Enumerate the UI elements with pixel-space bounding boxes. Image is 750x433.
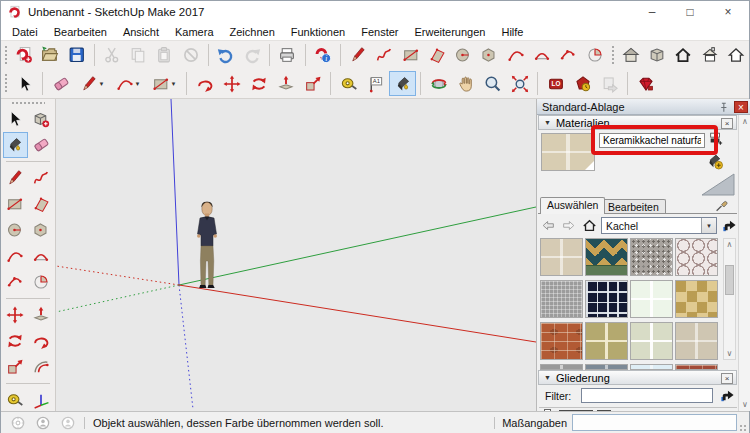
eraser-tool[interactable] — [47, 71, 74, 96]
tray-scroll-up-icon[interactable]: ∧ — [739, 117, 750, 126]
copy-tool[interactable] — [125, 43, 151, 68]
outliner-close-button[interactable]: × — [721, 373, 733, 384]
rotated-rectangle-tool[interactable] — [29, 191, 54, 217]
outliner-section-header[interactable]: ▼ Gliederung × — [538, 370, 737, 385]
freehand-tool[interactable] — [371, 43, 397, 68]
swatch-sage-tile[interactable] — [630, 322, 673, 360]
tab-auswaehlen[interactable]: Auswählen — [540, 197, 605, 214]
undo-tool[interactable] — [213, 43, 239, 68]
swatch-gold-checker-tile[interactable] — [675, 280, 718, 318]
new-model-tool[interactable] — [11, 43, 37, 68]
select-tool[interactable] — [3, 106, 28, 132]
tape-measure-tool[interactable] — [3, 387, 28, 411]
filter-input[interactable] — [581, 388, 713, 403]
filter-details-arrow-icon[interactable] — [719, 387, 735, 404]
three-point-arc-tool[interactable] — [555, 43, 581, 68]
details-arrow-icon[interactable] — [721, 217, 737, 234]
swatch-diamond-mosaic-tile[interactable] — [585, 238, 628, 276]
rectangle-tool[interactable] — [3, 191, 28, 217]
open-tool[interactable] — [37, 43, 63, 68]
move-tool[interactable] — [218, 71, 245, 96]
measurements-input[interactable] — [572, 414, 737, 431]
arc-tool[interactable] — [3, 243, 28, 269]
line-tool[interactable] — [3, 165, 28, 191]
push-pull-tool[interactable] — [272, 71, 299, 96]
secondary-pane-icon[interactable] — [707, 129, 723, 147]
scale-tool[interactable] — [3, 354, 28, 380]
dropdown-arrow-icon[interactable]: ▼ — [701, 218, 716, 233]
share-tool[interactable] — [596, 71, 623, 96]
warehouse-share-component-tool[interactable] — [644, 43, 670, 68]
save-tool[interactable] — [63, 43, 89, 68]
make-component-tool[interactable] — [29, 106, 54, 132]
follow-me-tool[interactable] — [29, 328, 54, 354]
toolbar-grip[interactable] — [611, 45, 615, 65]
tape-measure-tool[interactable] — [335, 71, 362, 96]
resize-grip[interactable] — [739, 424, 748, 433]
pin-icon[interactable] — [717, 101, 730, 113]
eraser-tool[interactable] — [29, 132, 54, 158]
menu-fenster[interactable]: Fenster — [353, 24, 406, 40]
line-dropdown-icon[interactable]: ▼ — [99, 81, 105, 87]
menu-erweiterungen[interactable]: Erweiterungen — [407, 24, 494, 40]
redo-tool[interactable] — [239, 43, 265, 68]
rotate-tool[interactable] — [3, 328, 28, 354]
zoom-tool[interactable] — [479, 71, 506, 96]
arc-dropdown-icon[interactable]: ▼ — [135, 81, 141, 87]
collection-dropdown[interactable]: Kachel ▼ — [601, 217, 717, 234]
close-button[interactable]: × — [709, 1, 747, 23]
push-pull-tool[interactable] — [29, 302, 54, 328]
material-preview-thumbnail[interactable] — [541, 133, 595, 171]
swatch-hexagon-tile[interactable] — [675, 238, 718, 276]
swatch-terracotta-brick[interactable] — [540, 322, 583, 360]
materials-scroll-up-icon[interactable]: ∧ — [724, 240, 735, 249]
minimize-button[interactable]: – — [633, 1, 671, 23]
material-name-field[interactable] — [599, 133, 705, 148]
rotated-rectangle-tool[interactable] — [424, 43, 450, 68]
select-tool[interactable] — [11, 71, 38, 96]
toolbar-grip[interactable] — [4, 45, 8, 65]
two-point-arc-tool[interactable] — [29, 243, 54, 269]
materials-section-header[interactable]: ▼ Materialien × — [538, 115, 737, 130]
materials-close-button[interactable]: × — [721, 118, 733, 129]
materials-scroll-thumb[interactable] — [725, 265, 734, 295]
delete-tool[interactable] — [178, 43, 204, 68]
line-tool[interactable] — [345, 43, 371, 68]
warehouse-share-model-tool[interactable] — [696, 43, 722, 68]
extension-warehouse-tool[interactable] — [632, 71, 659, 96]
geolocation-icon[interactable] — [10, 415, 26, 431]
swatch-olive-tile[interactable] — [585, 322, 628, 360]
paste-tool[interactable] — [151, 43, 177, 68]
house-outline-tool[interactable] — [723, 43, 749, 68]
paint-bucket-tool[interactable] — [3, 132, 28, 158]
pie-tool[interactable] — [29, 269, 54, 295]
tray-close-button[interactable]: × — [734, 101, 748, 113]
sample-paint-triangle[interactable] — [701, 173, 735, 196]
arc-tool[interactable] — [503, 43, 529, 68]
rectangle-tool[interactable]: ▼ — [146, 71, 182, 96]
menu-bearbeiten[interactable]: Bearbeiten — [46, 24, 115, 40]
cut-tool[interactable] — [99, 43, 125, 68]
model-info-tool[interactable]: i — [310, 43, 336, 68]
menu-kamera[interactable]: Kamera — [167, 24, 222, 40]
tab-bearbeiten[interactable]: Bearbeiten — [601, 199, 666, 214]
credit-icon[interactable] — [35, 415, 51, 431]
rotate-tool[interactable] — [245, 71, 272, 96]
zoom-extents-tool[interactable] — [506, 71, 533, 96]
rectangle-dropdown-icon[interactable]: ▼ — [171, 81, 177, 87]
menu-zeichnen[interactable]: Zeichnen — [222, 24, 283, 40]
circle-tool[interactable] — [3, 217, 28, 243]
maximize-button[interactable]: □ — [671, 1, 709, 23]
trimble-connect-tool[interactable] — [569, 71, 596, 96]
eyedropper-icon[interactable] — [714, 198, 729, 213]
back-arrow-icon[interactable] — [541, 218, 556, 233]
text-tool[interactable]: A1 — [362, 71, 389, 96]
pan-tool[interactable] — [452, 71, 479, 96]
pie-tool[interactable] — [581, 43, 607, 68]
move-tool[interactable] — [3, 302, 28, 328]
arc-tool[interactable]: ▼ — [110, 71, 146, 96]
materials-scroll-down-icon[interactable]: ∨ — [724, 349, 735, 358]
create-material-icon[interactable] — [705, 153, 724, 171]
menu-ansicht[interactable]: Ansicht — [115, 24, 167, 40]
menu-hilfe[interactable]: Hilfe — [493, 24, 531, 40]
